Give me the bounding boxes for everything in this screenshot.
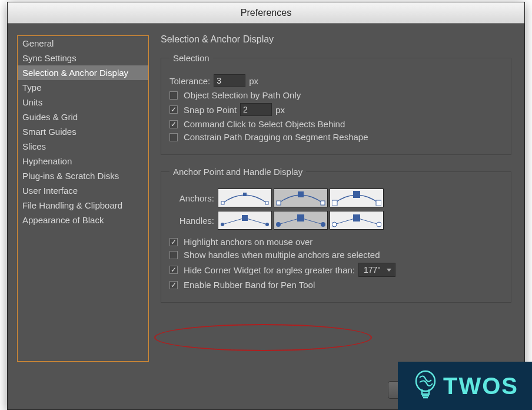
svg-rect-7 bbox=[376, 200, 381, 206]
sidebar-label: File Handling & Clipboard bbox=[22, 200, 122, 210]
sidebar-label: Smart Guides bbox=[22, 127, 77, 137]
checkbox-icon[interactable] bbox=[169, 251, 178, 259]
main-panel: Selection & Anchor Display Selection Tol… bbox=[149, 24, 524, 409]
svg-line-10 bbox=[245, 218, 267, 224]
command-click-row[interactable]: Command Click to Select Objects Behind bbox=[169, 119, 503, 129]
constrain-path-row[interactable]: Constrain Path Dragging on Segment Resha… bbox=[169, 132, 503, 142]
sidebar-item-selection-anchor-display[interactable]: Selection & Anchor Display bbox=[18, 65, 148, 80]
sidebar-label: Type bbox=[22, 82, 42, 92]
checkbox-icon[interactable] bbox=[169, 105, 178, 114]
svg-rect-13 bbox=[242, 215, 248, 221]
anchor-style-2[interactable] bbox=[274, 189, 328, 207]
handle-open-icon bbox=[332, 213, 381, 228]
rubber-band-row[interactable]: Enable Rubber Band for Pen Tool bbox=[169, 280, 503, 290]
checkbox-icon[interactable] bbox=[169, 133, 178, 141]
svg-rect-6 bbox=[332, 200, 337, 206]
sidebar-item-hyphenation[interactable]: Hyphenation bbox=[18, 154, 148, 168]
anchor-small-icon bbox=[220, 190, 270, 206]
sidebar-label: Hyphenation bbox=[22, 156, 72, 166]
sidebar-label: Units bbox=[22, 97, 42, 107]
sidebar-item-type[interactable]: Type bbox=[18, 80, 148, 95]
show-handles-row[interactable]: Show handles when multiple anchors are s… bbox=[169, 250, 503, 260]
svg-rect-18 bbox=[297, 214, 304, 221]
object-path-only-row[interactable]: Object Selection by Path Only bbox=[169, 90, 503, 100]
checkbox-icon[interactable] bbox=[169, 281, 178, 289]
anchors-choices bbox=[218, 189, 384, 207]
handle-style-2[interactable] bbox=[274, 211, 328, 230]
svg-rect-3 bbox=[277, 201, 281, 205]
sidebar-item-units[interactable]: Units bbox=[18, 95, 148, 110]
show-handles-label: Show handles when multiple anchors are s… bbox=[184, 250, 380, 260]
window-title: Preferences bbox=[241, 8, 291, 18]
handles-choices bbox=[218, 211, 384, 230]
snap-to-point-input[interactable] bbox=[240, 103, 272, 116]
sidebar-item-plugins-scratch[interactable]: Plug-ins & Scratch Disks bbox=[18, 168, 148, 183]
sidebar-item-sync-settings[interactable]: Sync Settings bbox=[18, 51, 148, 65]
sidebar-label: Plug-ins & Scratch Disks bbox=[22, 171, 119, 181]
sidebar-label: Sync Settings bbox=[22, 53, 77, 63]
sidebar-label: Slices bbox=[22, 141, 46, 151]
sidebar: General Sync Settings Selection & Anchor… bbox=[17, 35, 149, 362]
handles-row: Handles: bbox=[169, 211, 503, 230]
handle-style-1[interactable] bbox=[218, 211, 272, 230]
snap-to-point-row[interactable]: Snap to Point px bbox=[169, 103, 503, 116]
handles-label: Handles: bbox=[169, 216, 215, 226]
svg-rect-0 bbox=[221, 201, 224, 204]
selection-legend: Selection bbox=[169, 53, 213, 63]
sidebar-item-slices[interactable]: Slices bbox=[18, 139, 148, 154]
highlight-anchors-row[interactable]: Highlight anchors on mouse over bbox=[169, 237, 503, 247]
handle-style-3[interactable] bbox=[330, 211, 384, 230]
highlight-label: Highlight anchors on mouse over bbox=[184, 237, 312, 247]
sidebar-label: User Interface bbox=[22, 186, 78, 196]
twos-logo: TWOS bbox=[398, 362, 532, 410]
svg-point-16 bbox=[276, 222, 281, 227]
sidebar-item-appearance-black[interactable]: Appearance of Black bbox=[18, 213, 148, 227]
svg-point-11 bbox=[221, 223, 224, 226]
anchors-label: Anchors: bbox=[169, 193, 215, 203]
anchor-large-icon bbox=[332, 190, 381, 206]
constrain-path-label: Constrain Path Dragging on Segment Resha… bbox=[184, 132, 368, 142]
tolerance-input[interactable] bbox=[214, 74, 245, 87]
hide-corner-label: Hide Corner Widget for angles greater th… bbox=[184, 265, 355, 275]
sidebar-label: Appearance of Black bbox=[22, 215, 104, 225]
sidebar-item-file-handling[interactable]: File Handling & Clipboard bbox=[18, 198, 148, 213]
svg-point-12 bbox=[265, 223, 269, 226]
sidebar-item-general[interactable]: General bbox=[18, 36, 148, 51]
checkbox-icon[interactable] bbox=[169, 120, 178, 128]
command-click-label: Command Click to Select Objects Behind bbox=[184, 119, 345, 129]
sidebar-label: Guides & Grid bbox=[22, 112, 78, 122]
tolerance-unit: px bbox=[249, 76, 258, 86]
content: General Sync Settings Selection & Anchor… bbox=[8, 24, 524, 409]
handle-small-icon bbox=[220, 213, 270, 228]
svg-rect-23 bbox=[353, 214, 360, 221]
svg-rect-8 bbox=[353, 191, 360, 198]
page-title: Selection & Anchor Display bbox=[161, 34, 511, 45]
corner-angle-select[interactable]: 177° bbox=[358, 263, 395, 277]
anchors-row: Anchors: bbox=[169, 189, 503, 207]
checkbox-icon[interactable] bbox=[169, 266, 178, 274]
svg-rect-1 bbox=[265, 201, 268, 204]
object-path-only-label: Object Selection by Path Only bbox=[184, 90, 301, 100]
tolerance-label: Tolerance: bbox=[169, 76, 210, 86]
sidebar-item-user-interface[interactable]: User Interface bbox=[18, 183, 148, 198]
anchor-legend: Anchor Point and Handle Display bbox=[169, 167, 306, 177]
anchor-style-3[interactable] bbox=[330, 189, 384, 207]
anchor-medium-icon bbox=[276, 190, 325, 206]
anchor-group: Anchor Point and Handle Display Anchors: bbox=[161, 167, 511, 303]
checkbox-icon[interactable] bbox=[169, 91, 178, 100]
anchor-style-1[interactable] bbox=[218, 189, 272, 207]
svg-line-9 bbox=[222, 218, 245, 224]
svg-rect-5 bbox=[298, 191, 304, 197]
corner-angle-value: 177° bbox=[364, 265, 381, 275]
svg-point-17 bbox=[321, 222, 325, 227]
logo-text: TWOS bbox=[443, 373, 518, 399]
sidebar-item-smart-guides[interactable]: Smart Guides bbox=[18, 124, 148, 139]
svg-rect-2 bbox=[243, 193, 247, 196]
checkbox-icon[interactable] bbox=[169, 238, 178, 246]
sidebar-label: Selection & Anchor Display bbox=[22, 68, 128, 78]
tolerance-row: Tolerance: px bbox=[169, 74, 503, 87]
sidebar-item-guides-grid[interactable]: Guides & Grid bbox=[18, 110, 148, 124]
snap-to-point-label: Snap to Point bbox=[184, 105, 237, 115]
lightbulb-icon bbox=[411, 368, 440, 404]
hide-corner-row[interactable]: Hide Corner Widget for angles greater th… bbox=[169, 263, 503, 277]
